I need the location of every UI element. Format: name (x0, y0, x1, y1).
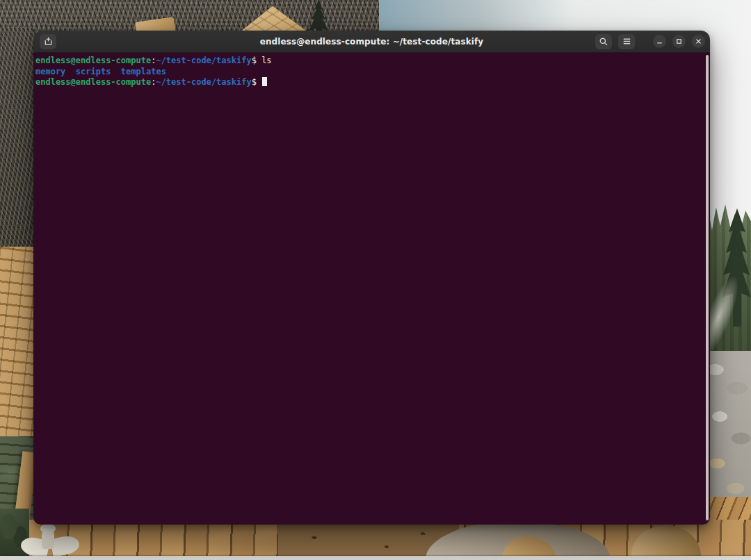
menu-button[interactable] (618, 34, 635, 49)
terminal-scrollbar[interactable] (706, 55, 709, 520)
search-icon (599, 37, 608, 47)
terminal-cursor (262, 77, 267, 86)
maximize-button[interactable] (672, 35, 686, 48)
new-tab-button[interactable] (40, 34, 56, 49)
wallpaper-left-shingles (0, 247, 33, 448)
terminal-text-segment (111, 67, 120, 76)
terminal-text-segment: $ (252, 56, 261, 65)
search-button[interactable] (595, 34, 612, 49)
bottom-panel-edge (0, 556, 751, 560)
minimize-icon (656, 38, 663, 45)
terminal-text-segment: $ (252, 77, 261, 87)
terminal-lines: endless@endless-compute:~/test-code/task… (35, 56, 704, 88)
wallpaper-left-branches (0, 28, 33, 257)
terminal-window: endless@endless-compute: ~/test-code/tas… (33, 31, 710, 525)
terminal-text-segment: templates (121, 67, 166, 76)
bird-head (40, 524, 56, 532)
terminal-text-segment: scripts (76, 67, 111, 76)
terminal-line: memory scripts templates (35, 67, 704, 78)
terminal-text-segment: endless@endless-compute (35, 56, 151, 65)
terminal-text-segment: ~/test-code/taskify (156, 77, 251, 87)
terminal-line: endless@endless-compute:~/test-code/task… (35, 56, 704, 67)
bird-right-wing (50, 534, 81, 557)
terminal-text-segment: ~/test-code/taskify (156, 56, 251, 65)
terminal-text-segment: memory (35, 67, 65, 76)
close-button[interactable] (692, 35, 705, 48)
terminal-text-segment (65, 67, 75, 76)
wallpaper-bird-sculpture (21, 525, 81, 557)
maximize-icon (675, 38, 683, 45)
terminal-titlebar[interactable]: endless@endless-compute: ~/test-code/tas… (33, 31, 710, 53)
terminal-text-segment: endless@endless-compute (35, 77, 151, 87)
terminal-text-segment: ls (261, 56, 271, 65)
terminal-line: endless@endless-compute:~/test-code/task… (35, 77, 704, 88)
tab-new-icon (43, 36, 54, 47)
terminal-content[interactable]: endless@endless-compute:~/test-code/task… (33, 53, 710, 525)
wallpaper-right-rocks (705, 351, 751, 507)
hamburger-menu-icon (622, 37, 631, 46)
minimize-button[interactable] (653, 35, 666, 48)
close-icon (695, 38, 702, 45)
